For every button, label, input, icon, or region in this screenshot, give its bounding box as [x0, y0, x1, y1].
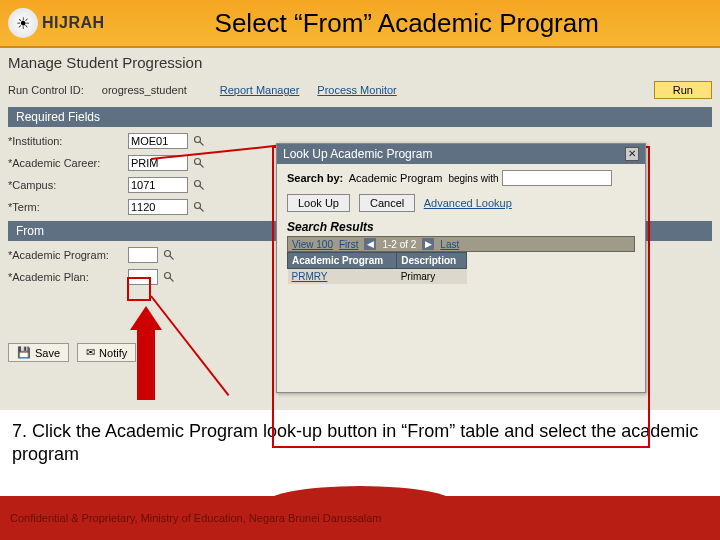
popup-title-text: Look Up Academic Program	[283, 147, 432, 161]
first-link[interactable]: First	[339, 239, 358, 250]
table-row[interactable]: PRMRY Primary	[288, 269, 467, 285]
term-label: *Term:	[8, 201, 128, 213]
svg-line-5	[200, 186, 204, 190]
program-label: *Academic Program:	[8, 249, 128, 261]
slide-title: Select “From” Academic Program	[215, 8, 599, 39]
view-100-link[interactable]: View 100	[292, 239, 333, 250]
notify-button[interactable]: ✉Notify	[77, 343, 136, 362]
save-button[interactable]: 💾Save	[8, 343, 69, 362]
lookup-button[interactable]: Look Up	[287, 194, 350, 212]
footer-decoration	[260, 486, 460, 506]
svg-line-3	[200, 164, 204, 168]
attention-arrow-icon	[130, 306, 162, 400]
save-icon: 💾	[17, 346, 31, 359]
action-buttons: 💾Save ✉Notify	[8, 343, 136, 362]
term-input[interactable]	[128, 199, 188, 215]
callout-line	[150, 295, 229, 396]
institution-input[interactable]	[128, 133, 188, 149]
app-page: Manage Student Progression Run Control I…	[0, 48, 720, 410]
career-input[interactable]	[128, 155, 188, 171]
footer: Confidential & Proprietary, Ministry of …	[0, 496, 720, 540]
svg-point-0	[195, 137, 201, 143]
search-by-field: Academic Program	[349, 172, 443, 184]
term-lookup-icon[interactable]	[192, 200, 206, 214]
popup-close-button[interactable]: ✕	[625, 147, 639, 161]
campus-input[interactable]	[128, 177, 188, 193]
col-description: Description	[397, 253, 467, 269]
required-fields-bar: Required Fields	[8, 107, 712, 127]
svg-line-1	[200, 142, 204, 146]
popup-titlebar: Look Up Academic Program ✕	[277, 144, 645, 164]
svg-line-11	[170, 278, 174, 282]
campus-lookup-icon[interactable]	[192, 178, 206, 192]
results-range: 1-2 of 2	[382, 239, 416, 250]
prev-arrow-icon[interactable]: ◀	[364, 238, 376, 250]
logo: ☀ HIJRAH	[8, 8, 105, 38]
institution-label: *Institution:	[8, 135, 128, 147]
footer-text: Confidential & Proprietary, Ministry of …	[10, 512, 382, 524]
instruction-text: 7. Click the Academic Program look-up bu…	[0, 410, 720, 475]
result-description: Primary	[397, 269, 467, 285]
results-table: Academic Program Description PRMRY Prima…	[287, 252, 467, 284]
svg-point-2	[195, 159, 201, 165]
logo-text: HIJRAH	[42, 14, 105, 32]
search-value-input[interactable]	[502, 170, 612, 186]
notify-label: Notify	[99, 347, 127, 359]
career-label: *Academic Career:	[8, 157, 128, 169]
logo-crest-icon: ☀	[8, 8, 38, 38]
search-operator: begins with	[448, 173, 498, 184]
search-results-heading: Search Results	[287, 220, 635, 234]
search-by-label: Search by:	[287, 172, 343, 184]
lookup-popup: Look Up Academic Program ✕ Search by: Ac…	[276, 143, 646, 393]
svg-point-4	[195, 181, 201, 187]
plan-input[interactable]	[128, 269, 158, 285]
search-by-row: Search by: Academic Program begins with	[287, 170, 635, 186]
advanced-lookup-link[interactable]: Advanced Lookup	[424, 197, 512, 209]
page-title: Manage Student Progression	[8, 54, 712, 71]
cancel-button[interactable]: Cancel	[359, 194, 415, 212]
program-lookup-icon[interactable]	[162, 248, 176, 262]
last-link[interactable]: Last	[440, 239, 459, 250]
run-button[interactable]: Run	[654, 81, 712, 99]
campus-label: *Campus:	[8, 179, 128, 191]
report-manager-link[interactable]: Report Manager	[220, 84, 300, 96]
career-lookup-icon[interactable]	[192, 156, 206, 170]
results-nav: View 100 First ◀ 1-2 of 2 ▶ Last	[287, 236, 635, 252]
institution-lookup-icon[interactable]	[192, 134, 206, 148]
plan-label: *Academic Plan:	[8, 271, 128, 283]
save-label: Save	[35, 347, 60, 359]
run-control-row: Run Control ID: orogress_student Report …	[8, 81, 712, 99]
process-monitor-link[interactable]: Process Monitor	[317, 84, 396, 96]
result-program-link[interactable]: PRMRY	[292, 271, 328, 282]
run-control-label: Run Control ID:	[8, 84, 84, 96]
run-control-value: orogress_student	[102, 84, 202, 96]
svg-line-7	[200, 208, 204, 212]
next-arrow-icon[interactable]: ▶	[422, 238, 434, 250]
svg-line-9	[170, 256, 174, 260]
program-input[interactable]	[128, 247, 158, 263]
header-bar: ☀ HIJRAH Select “From” Academic Program	[0, 0, 720, 48]
notify-icon: ✉	[86, 346, 95, 359]
svg-point-10	[165, 273, 171, 279]
svg-point-6	[195, 203, 201, 209]
plan-lookup-icon[interactable]	[162, 270, 176, 284]
svg-point-8	[165, 251, 171, 257]
col-program: Academic Program	[288, 253, 397, 269]
